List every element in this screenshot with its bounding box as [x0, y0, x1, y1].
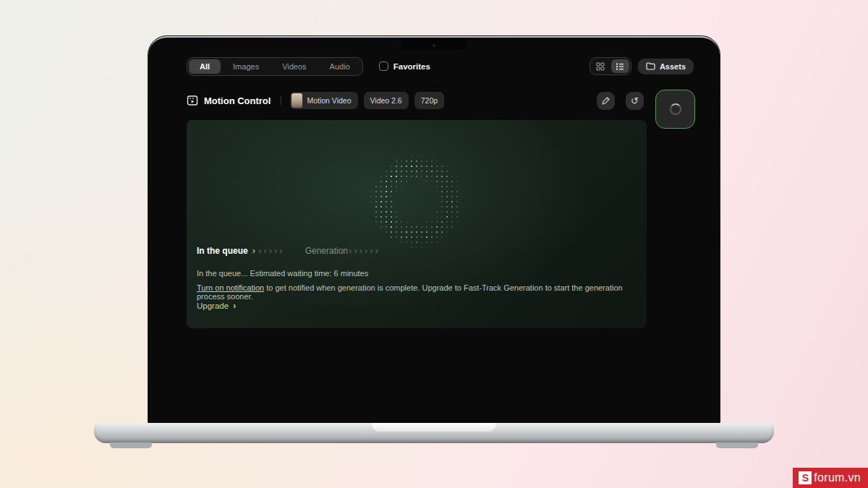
reference-image-thumbnail — [292, 93, 302, 108]
stage-generation-label: Generation — [305, 246, 348, 256]
media-filter-tabs: All Images Videos Audio — [187, 57, 363, 76]
pencil-icon — [602, 96, 610, 105]
regenerate-button[interactable]: ↺ — [626, 92, 644, 110]
notification-text: Turn on notification to get notified whe… — [197, 283, 647, 301]
grid-view-button[interactable] — [592, 59, 610, 73]
camera-icon — [433, 44, 435, 47]
generation-header-row: Motion Control Motion Video Video 2.6 72… — [187, 90, 644, 111]
assets-button[interactable]: Assets — [638, 59, 694, 74]
watermark-site-text: forum.vn — [814, 471, 861, 484]
list-view-button[interactable] — [611, 59, 629, 73]
watermark-banner: S forum.vn — [793, 468, 868, 488]
library-toolbar: All Images Videos Audio Favorites — [187, 56, 694, 76]
view-mode-switch — [590, 57, 631, 75]
generation-result-thumbnail[interactable] — [655, 90, 695, 129]
watermark-logo: S — [799, 471, 812, 484]
motion-control-icon — [187, 95, 198, 106]
stage-queue-label: In the queue — [197, 246, 248, 256]
dotted-ring — [355, 140, 477, 262]
tab-all[interactable]: All — [189, 59, 221, 74]
favorites-checkbox[interactable] — [379, 61, 388, 71]
version-badge-label: Video 2.6 — [370, 96, 402, 105]
grid-view-icon — [596, 62, 605, 71]
model-badge[interactable]: Motion Video — [290, 92, 357, 109]
divider — [281, 96, 281, 105]
resolution-badge[interactable]: 720p — [414, 92, 444, 109]
tab-videos[interactable]: Videos — [271, 59, 317, 74]
version-badge[interactable]: Video 2.6 — [364, 92, 409, 109]
favorites-filter[interactable]: Favorites — [379, 61, 430, 71]
assets-label: Assets — [660, 62, 686, 71]
generation-title: Motion Control — [204, 95, 271, 106]
queue-status-text: In the queue... Estimated waiting time: … — [197, 269, 368, 278]
laptop-foot-right — [716, 442, 758, 448]
upgrade-link[interactable]: Upgrade › — [197, 301, 236, 311]
laptop-notch — [401, 38, 467, 50]
loading-spinner-icon — [670, 103, 681, 115]
favorites-label: Favorites — [393, 62, 430, 71]
redo-icon: ↺ — [631, 96, 639, 106]
laptop-base — [94, 423, 774, 443]
list-view-icon — [616, 62, 624, 71]
laptop-foot-left — [110, 442, 152, 448]
stage-queue-trail-chevrons: ››››› — [258, 246, 285, 255]
tab-audio[interactable]: Audio — [319, 59, 361, 74]
laptop-screen: All Images Videos Audio Favorites — [148, 36, 720, 424]
turn-on-notification-link[interactable]: Turn on notification — [197, 283, 264, 292]
edit-button[interactable] — [597, 92, 615, 110]
laptop-lid-scoop — [372, 423, 496, 432]
tab-images[interactable]: Images — [222, 59, 270, 74]
page-background: All Images Videos Audio Favorites — [0, 0, 868, 488]
folder-icon — [646, 62, 655, 70]
resolution-badge-label: 720p — [421, 96, 438, 105]
stage-queue-active-chevron: › — [252, 246, 258, 255]
upgrade-label: Upgrade — [197, 301, 229, 310]
model-badge-label: Motion Video — [307, 96, 351, 105]
chevron-right-icon: › — [233, 301, 236, 311]
generation-status-panel: In the queue › ››››› Generation ›››››› I… — [187, 120, 647, 328]
stage-generation-trail-chevrons: ›››››› — [349, 246, 380, 255]
generation-stages: In the queue › ››››› Generation ›››››› — [197, 246, 380, 256]
